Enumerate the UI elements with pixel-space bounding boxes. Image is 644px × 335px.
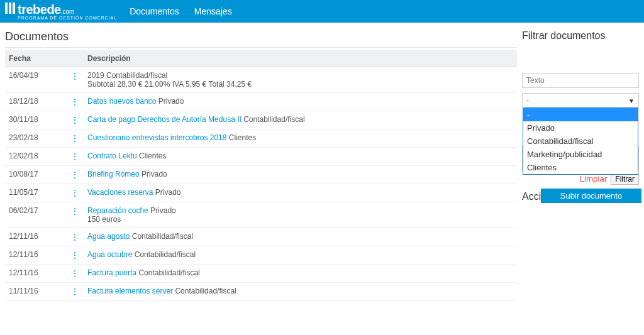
row-subline: 150 euros xyxy=(87,215,121,224)
kebab-icon[interactable]: ⋮ xyxy=(70,71,79,81)
row-category: Contabilidad/fiscal xyxy=(173,287,236,295)
row-date: 12/11/16 xyxy=(5,265,65,283)
row-category: Clientes xyxy=(226,133,256,142)
row-menu[interactable]: ⋮ xyxy=(65,246,84,265)
filter-option[interactable]: - xyxy=(523,108,638,121)
kebab-icon[interactable]: ⋮ xyxy=(70,250,79,260)
kebab-icon[interactable]: ⋮ xyxy=(70,232,79,242)
row-subline: Subtotal 28,30 € 21.00% IVA 5,95 € Total… xyxy=(87,80,252,89)
brand-tagline: PROGRAMA DE GESTIÓN COMERCIAL xyxy=(18,16,117,20)
row-date: 12/11/16 xyxy=(5,246,65,265)
row-menu[interactable]: ⋮ xyxy=(65,148,84,166)
row-date: 12/11/16 xyxy=(5,228,65,246)
row-description: Datos nuevos banco Privado xyxy=(84,93,517,111)
kebab-icon[interactable]: ⋮ xyxy=(70,97,79,107)
row-description: Factura elementos server Contabilidad/fi… xyxy=(84,283,517,301)
row-category: 2019 Contabilidad/fiscal xyxy=(87,71,167,80)
kebab-icon[interactable]: ⋮ xyxy=(70,133,79,143)
row-category: Privado xyxy=(156,97,184,106)
nav-documentos[interactable]: Documentos xyxy=(130,6,179,16)
kebab-icon[interactable]: ⋮ xyxy=(70,188,79,198)
row-date: 23/02/18 xyxy=(5,129,65,148)
row-menu[interactable]: ⋮ xyxy=(65,265,84,283)
row-menu[interactable]: ⋮ xyxy=(65,93,84,111)
brand-logo: trebede.com PROGRAMA DE GESTIÓN COMERCIA… xyxy=(5,3,117,20)
documents-table: Fecha Descripción 16/04/19⋮2019 Contabil… xyxy=(5,50,517,301)
row-link[interactable]: Carta de pago Derechos de Autoría Medusa… xyxy=(87,115,242,124)
table-row: 12/11/16⋮Agua agosto Contabilidad/fiscal xyxy=(5,228,517,246)
row-link[interactable]: Briefing Romeo xyxy=(87,170,140,178)
row-link[interactable]: Contrato Lektu xyxy=(87,151,137,160)
table-row: 16/04/19⋮2019 Contabilidad/fiscalSubtota… xyxy=(5,67,517,93)
table-row: 12/02/18⋮Contrato Lektu Clientes xyxy=(5,148,517,166)
row-date: 16/04/19 xyxy=(5,67,65,93)
row-menu[interactable]: ⋮ xyxy=(65,184,84,202)
top-nav: trebede.com PROGRAMA DE GESTIÓN COMERCIA… xyxy=(0,0,644,23)
row-link[interactable]: Factura elementos server xyxy=(87,287,173,295)
filter-option[interactable]: Clientes xyxy=(523,161,638,174)
chevron-down-icon: ▼ xyxy=(628,97,635,104)
brand-suffix: .com xyxy=(61,8,75,15)
brand-name: trebede xyxy=(18,3,61,16)
row-link[interactable]: Agua agosto xyxy=(87,232,130,241)
row-description: 2019 Contabilidad/fiscalSubtotal 28,30 €… xyxy=(84,67,517,93)
row-link[interactable]: Datos nuevos banco xyxy=(87,97,156,106)
row-category: Contabilidad/fiscal xyxy=(130,232,193,241)
filter-option[interactable]: Contabilidad/fiscal xyxy=(523,135,638,148)
filter-category-select[interactable]: - ▼ -PrivadoContabilidad/fiscalMarketing… xyxy=(522,93,639,108)
nav-mensajes[interactable]: Mensajes xyxy=(194,6,232,16)
kebab-icon[interactable]: ⋮ xyxy=(70,287,79,297)
row-description: Reparación coche Privado150 euros xyxy=(84,202,517,228)
table-row: 18/12/18⋮Datos nuevos banco Privado xyxy=(5,93,517,111)
table-row: 12/11/16⋮Factura puerta Contabilidad/fis… xyxy=(5,265,517,283)
col-descripcion: Descripción xyxy=(84,50,517,67)
filter-button[interactable]: Filtrar xyxy=(611,173,639,185)
kebab-icon[interactable]: ⋮ xyxy=(70,151,79,162)
row-date: 11/05/17 xyxy=(5,184,65,202)
filter-option[interactable]: Privado xyxy=(523,121,638,135)
table-row: 12/11/16⋮Agua octubre Contabilidad/fisca… xyxy=(5,246,517,265)
kebab-icon[interactable]: ⋮ xyxy=(70,268,79,278)
filter-text-input[interactable] xyxy=(522,73,639,88)
table-row: 23/02/18⋮Cuestionario entrevistas interc… xyxy=(5,129,517,148)
row-date: 10/08/17 xyxy=(5,166,65,184)
kebab-icon[interactable]: ⋮ xyxy=(70,170,79,180)
filter-option[interactable]: Marketing/publicidad xyxy=(523,148,638,161)
col-menu xyxy=(65,50,84,67)
upload-document-button[interactable]: Subir documento xyxy=(541,189,641,203)
row-category: Clientes xyxy=(137,151,167,160)
row-link[interactable]: Reparación coche xyxy=(87,206,148,215)
row-date: 18/12/18 xyxy=(5,93,65,111)
row-description: Vacaciones reserva Privado xyxy=(84,184,517,202)
row-menu[interactable]: ⋮ xyxy=(65,283,84,301)
row-description: Cuestionario entrevistas intercobros 201… xyxy=(84,129,517,148)
filter-select-value: - xyxy=(526,96,529,105)
kebab-icon[interactable]: ⋮ xyxy=(70,115,79,125)
row-description: Agua octubre Contabilidad/fiscal xyxy=(84,246,517,265)
row-category: Privado xyxy=(140,170,167,178)
row-link[interactable]: Agua octubre xyxy=(87,250,132,259)
row-description: Carta de pago Derechos de Autoría Medusa… xyxy=(84,111,517,129)
row-menu[interactable]: ⋮ xyxy=(65,67,84,93)
table-row: 06/02/17⋮Reparación coche Privado150 eur… xyxy=(5,202,517,228)
row-description: Contrato Lektu Clientes xyxy=(84,148,517,166)
row-date: 06/02/17 xyxy=(5,202,65,228)
table-row: 10/08/17⋮Briefing Romeo Privado xyxy=(5,166,517,184)
row-menu[interactable]: ⋮ xyxy=(65,166,84,184)
row-link[interactable]: Cuestionario entrevistas intercobros 201… xyxy=(87,133,226,142)
row-menu[interactable]: ⋮ xyxy=(65,111,84,129)
page-title: Documentos xyxy=(5,30,517,48)
kebab-icon[interactable]: ⋮ xyxy=(70,206,79,216)
row-menu[interactable]: ⋮ xyxy=(65,129,84,148)
logo-bars-icon xyxy=(5,3,15,14)
row-link[interactable]: Vacaciones reserva xyxy=(87,188,153,197)
filter-title: Filtrar documentos xyxy=(522,30,639,41)
clear-button[interactable]: Limpiar xyxy=(580,174,608,184)
row-category: Contabilidad/fiscal xyxy=(132,250,196,259)
row-link[interactable]: Factura puerta xyxy=(87,268,136,277)
row-description: Briefing Romeo Privado xyxy=(84,166,517,184)
filter-dropdown: -PrivadoContabilidad/fiscalMarketing/pub… xyxy=(523,107,638,175)
row-menu[interactable]: ⋮ xyxy=(65,228,84,246)
row-menu[interactable]: ⋮ xyxy=(65,202,84,228)
col-fecha: Fecha xyxy=(5,50,65,67)
